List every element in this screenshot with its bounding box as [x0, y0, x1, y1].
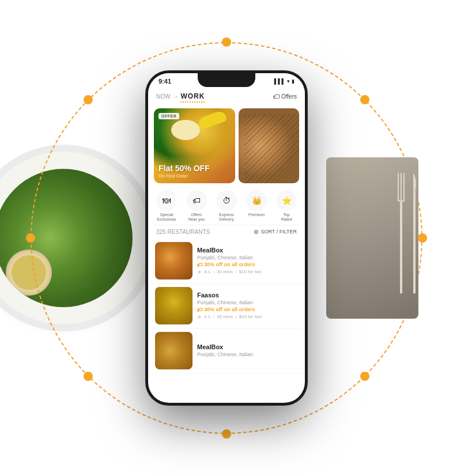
battery-icon: ▮ — [292, 78, 295, 84]
restaurant-offer-1: 🏷 30% off on all orders — [197, 262, 298, 268]
restaurant-meta-2: ★ 4.1 • 30 mins • $10 for two — [197, 314, 298, 320]
main-banner[interactable]: OFFER Flat 50% OFF On First Order — [154, 108, 235, 183]
phone-notch — [198, 73, 255, 87]
banner-area: OFFER Flat 50% OFF On First Order — [154, 108, 299, 183]
categories-row: 🍽 SpecialExclusives 🏷 OffersNear you ⏱ E… — [148, 186, 305, 225]
offers-tag-icon: 🏷 — [273, 93, 280, 101]
location-arrow-icon: → — [172, 93, 178, 100]
restaurant-image-2 — [155, 287, 192, 324]
express-label: ExpressDelivery — [219, 213, 233, 222]
top-rated-icon: ⭐ — [276, 190, 297, 211]
special-icon: 🍽 — [156, 190, 177, 211]
status-time: 9:41 — [158, 78, 171, 85]
price-1: $10 for two — [239, 269, 262, 274]
restaurant-offer-2: 🏷 30% off on all orders — [197, 307, 298, 313]
circle-dot-5 — [84, 95, 93, 104]
restaurant-info-3: MealBox Punjabi, Chinese, Italian — [197, 332, 298, 369]
offer-text-2: 30% off on all orders — [204, 307, 255, 312]
restaurant-item-2[interactable]: Faasos Punjabi, Chinese, Italian 🏷 30% o… — [148, 284, 305, 328]
circle-dot-1 — [26, 233, 35, 243]
filter-icon: ⚙ — [254, 229, 259, 235]
restaurant-name-1: MealBox — [197, 247, 298, 254]
restaurant-item-3[interactable]: MealBox Punjabi, Chinese, Italian — [148, 328, 305, 373]
offer-text-1: 30% off on all orders — [204, 262, 255, 267]
dot-sep-2: • — [235, 269, 237, 274]
premium-label: Premium — [248, 213, 265, 217]
restaurant-name-2: Faasos — [197, 292, 298, 299]
price-2: $10 for two — [239, 314, 262, 319]
dot-sep-1: • — [213, 269, 214, 274]
svg-rect-4 — [413, 190, 416, 294]
location-bar: NOW → WORK 🏷 Offers — [148, 87, 305, 106]
restaurant-cuisine-3: Punjabi, Chinese, Italian — [197, 352, 298, 357]
restaurant-image-3 — [155, 332, 192, 369]
offer-tag-icon-1: 🏷 — [197, 262, 203, 268]
location-now-label: NOW — [156, 93, 170, 100]
circle-dot-3 — [222, 37, 231, 47]
phone-screen: 9:41 ▌▌▌ ▾ ▮ NOW → WORK — [148, 73, 305, 403]
crepe-drizzle-decoration — [244, 114, 299, 183]
premium-icon: 👑 — [246, 190, 267, 211]
offers-near-label: OffersNear you — [188, 213, 205, 222]
wifi-icon: ▾ — [287, 78, 290, 84]
category-special[interactable]: 🍽 SpecialExclusives — [156, 190, 177, 222]
offers-button[interactable]: 🏷 Offers — [273, 93, 297, 101]
location-info: NOW → WORK — [156, 90, 205, 103]
time-2: 30 mins — [217, 314, 233, 319]
category-premium[interactable]: 👑 Premium — [246, 190, 267, 222]
category-express[interactable]: ⏱ ExpressDelivery — [216, 190, 237, 222]
app-content: NOW → WORK 🏷 Offers — [148, 87, 305, 399]
dot-sep-4: • — [235, 314, 237, 319]
circle-dot-6 — [360, 95, 369, 104]
circle-dot-8 — [360, 372, 369, 381]
svg-rect-1 — [398, 173, 399, 202]
express-icon: ⏱ — [216, 190, 237, 211]
offer-badge: OFFER — [158, 113, 179, 119]
fork-icon — [395, 167, 407, 296]
offer-tag-icon-2: 🏷 — [197, 307, 203, 313]
restaurant-meta-1: ★ 4.1 • 30 mins • $10 for two — [197, 269, 298, 275]
circle-dot-4 — [222, 429, 231, 439]
knife-icon — [410, 167, 418, 296]
offers-label: Offers — [281, 93, 297, 100]
banner-title: Flat 50% OFF — [158, 164, 231, 173]
restaurant-cuisine-1: Punjabi, Chinese, Italian — [197, 255, 298, 260]
svg-rect-0 — [400, 202, 402, 294]
dot-sep-3: • — [213, 314, 214, 319]
bowl-decoration — [171, 120, 200, 140]
secondary-banner[interactable] — [239, 108, 299, 183]
phone-frame: 9:41 ▌▌▌ ▾ ▮ NOW → WORK — [146, 71, 307, 405]
offers-near-icon: 🏷 — [186, 190, 207, 211]
sort-label: SORT / FILTER — [261, 229, 297, 235]
status-icons: ▌▌▌ ▾ ▮ — [274, 78, 295, 84]
restaurant-info-2: Faasos Punjabi, Chinese, Italian 🏷 30% o… — [197, 287, 298, 324]
location-underline — [180, 101, 205, 103]
top-rated-label: TopRated — [281, 213, 292, 222]
restaurant-item-1[interactable]: MealBox Punjabi, Chinese, Italian 🏷 30% … — [148, 239, 305, 284]
location-name-wrapper[interactable]: WORK — [180, 90, 205, 103]
restaurant-info-1: MealBox Punjabi, Chinese, Italian 🏷 30% … — [197, 242, 298, 279]
rating-1: 4.1 — [204, 269, 210, 274]
signal-icon: ▌▌▌ — [274, 78, 285, 84]
special-label: SpecialExclusives — [157, 213, 176, 222]
rating-2: 4.1 — [204, 314, 210, 319]
svg-rect-3 — [403, 173, 405, 202]
star-icon-1: ★ — [197, 269, 202, 275]
banner-subtitle: On First Order — [158, 173, 231, 179]
list-header: 325 RESTAURANTS ⚙ SORT / FILTER — [148, 225, 305, 239]
phone-mockup: 9:41 ▌▌▌ ▾ ▮ NOW → WORK — [146, 71, 307, 405]
restaurant-image-1 — [155, 242, 192, 279]
restaurant-count: 325 RESTAURANTS — [156, 229, 210, 235]
sort-filter-button[interactable]: ⚙ SORT / FILTER — [254, 229, 297, 235]
circle-dot-7 — [84, 372, 93, 381]
category-top-rated[interactable]: ⭐ TopRated — [276, 190, 297, 222]
location-name: WORK — [180, 92, 205, 100]
circle-dot-2 — [418, 233, 427, 243]
category-offers[interactable]: 🏷 OffersNear you — [186, 190, 207, 222]
restaurant-name-3: MealBox — [197, 343, 298, 350]
svg-rect-2 — [401, 173, 402, 202]
star-icon-2: ★ — [197, 314, 202, 320]
time-1: 30 mins — [217, 269, 233, 274]
restaurant-cuisine-2: Punjabi, Chinese, Italian — [197, 300, 298, 305]
